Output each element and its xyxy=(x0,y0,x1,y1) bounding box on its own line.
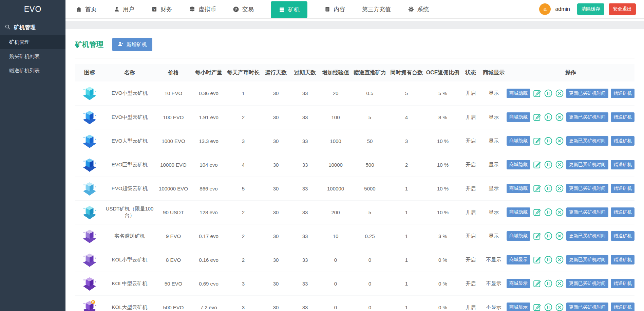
nav-item-trade[interactable]: 交易 xyxy=(233,0,254,19)
cell-max-owned: 1 xyxy=(388,200,425,224)
mall-toggle-button[interactable]: 商城隐藏 xyxy=(507,136,530,146)
close-icon xyxy=(555,113,564,122)
cell-mall-display: 显示 xyxy=(481,200,507,224)
nav-item-third-party-recharge[interactable]: 第三方充值 xyxy=(362,0,391,19)
edit-icon-button[interactable] xyxy=(533,303,542,311)
edit-icon-button[interactable] xyxy=(533,208,542,217)
edit-icon-button[interactable] xyxy=(533,89,542,98)
close-icon-button[interactable] xyxy=(555,255,564,264)
pause-icon-button[interactable] xyxy=(544,303,553,311)
edit-icon-button[interactable] xyxy=(533,184,542,193)
sidebar-item-buy-miner-list[interactable]: 购买矿机列表 xyxy=(0,49,65,63)
pause-icon-button[interactable] xyxy=(544,208,553,217)
pause-icon-button[interactable] xyxy=(544,255,553,264)
logout-button[interactable]: 安全退出 xyxy=(609,3,636,15)
nav-item-content[interactable]: 内容 xyxy=(324,0,345,19)
cell-run-days: 30 xyxy=(261,105,291,129)
mall-toggle-button[interactable]: 商城显示 xyxy=(507,303,530,311)
gift-miner-button[interactable]: 赠送矿机 xyxy=(611,136,634,146)
mall-toggle-button[interactable]: 商城隐藏 xyxy=(507,207,530,217)
edit-icon-button[interactable] xyxy=(533,232,542,240)
nav-item-system[interactable]: 系统 xyxy=(408,0,429,19)
gift-miner-button[interactable]: 赠送矿机 xyxy=(611,255,634,264)
update-bought-miner-time-button[interactable]: 更新已买矿机时间 xyxy=(566,279,608,288)
cell-gift-push-power: 0 xyxy=(352,272,388,295)
pause-icon-button[interactable] xyxy=(544,113,553,122)
nav-item-finance[interactable]: ¥财务 xyxy=(151,0,172,19)
close-icon-button[interactable] xyxy=(555,279,564,288)
nav-item-label: 财务 xyxy=(160,5,172,13)
close-icon-button[interactable] xyxy=(555,303,564,311)
gift-miner-button[interactable]: 赠送矿机 xyxy=(611,207,634,217)
edit-icon xyxy=(533,303,542,311)
edit-icon-button[interactable] xyxy=(533,255,542,264)
edit-icon-button[interactable] xyxy=(533,160,542,169)
mall-toggle-button[interactable]: 商城隐藏 xyxy=(507,89,530,98)
gift-miner-button[interactable]: 赠送矿机 xyxy=(611,231,634,241)
table-row: 实名赠送矿机9 EVO0.17 evo23033100.2513 %开启显示商城… xyxy=(75,224,634,248)
row-actions: 商城隐藏更新已买矿机时间赠送矿机 xyxy=(507,136,634,146)
edit-icon-button[interactable] xyxy=(533,113,542,122)
gift-miner-button[interactable]: 赠送矿机 xyxy=(611,112,634,122)
clear-cache-button[interactable]: 清除缓存 xyxy=(577,3,604,15)
nav-item-users[interactable]: 用户 xyxy=(114,0,134,19)
close-icon-button[interactable] xyxy=(555,89,564,98)
update-bought-miner-time-button[interactable]: 更新已买矿机时间 xyxy=(566,160,608,169)
update-bought-miner-time-button[interactable]: 更新已买矿机时间 xyxy=(566,136,608,146)
mall-toggle-button[interactable]: 商城显示 xyxy=(507,279,530,288)
update-bought-miner-time-button[interactable]: 更新已买矿机时间 xyxy=(566,184,608,193)
nav-item-home[interactable]: 首页 xyxy=(76,0,97,19)
sidebar-item-gift-miner-list[interactable]: 赠送矿机列表 xyxy=(0,63,65,78)
update-bought-miner-time-button[interactable]: 更新已买矿机时间 xyxy=(566,231,608,241)
cell-oce-rate: 0 % xyxy=(425,295,460,311)
coins-icon xyxy=(189,6,195,13)
gift-miner-button[interactable]: 赠送矿机 xyxy=(611,89,634,98)
pause-icon-button[interactable] xyxy=(544,160,553,169)
gift-miner-button[interactable]: 赠送矿机 xyxy=(611,303,634,311)
cell-price: 90 USDT xyxy=(155,200,192,224)
close-icon-button[interactable] xyxy=(555,136,564,145)
avatar[interactable]: a xyxy=(539,3,551,15)
close-icon-button[interactable] xyxy=(555,113,564,122)
close-icon-button[interactable] xyxy=(555,160,564,169)
mall-toggle-button[interactable]: 商城显示 xyxy=(507,255,530,264)
edit-icon-button[interactable] xyxy=(533,136,542,145)
add-miner-button[interactable]: 新增矿机 xyxy=(112,38,152,51)
close-icon-button[interactable] xyxy=(555,232,564,240)
cell-exp-gain: 10 xyxy=(319,224,352,248)
gift-miner-button[interactable]: 赠送矿机 xyxy=(611,184,634,193)
pause-icon-button[interactable] xyxy=(544,184,553,193)
svg-text:¥: ¥ xyxy=(153,7,155,11)
cell-run-days: 30 xyxy=(261,224,291,248)
cell-run-days: 30 xyxy=(261,81,291,105)
pause-icon-button[interactable] xyxy=(544,136,553,145)
nav-item-miner[interactable]: 矿机 xyxy=(271,1,307,18)
edit-icon-button[interactable] xyxy=(533,279,542,288)
mall-toggle-button[interactable]: 商城隐藏 xyxy=(507,112,530,122)
update-bought-miner-time-button[interactable]: 更新已买矿机时间 xyxy=(566,89,608,98)
gift-miner-button[interactable]: 赠送矿机 xyxy=(611,279,634,288)
admin-username[interactable]: admin xyxy=(555,6,570,12)
pause-icon-button[interactable] xyxy=(544,232,553,240)
cell-daily-coin-hours: 2 xyxy=(226,248,261,272)
cell-expire-days: 33 xyxy=(291,129,319,153)
pause-icon-button[interactable] xyxy=(544,89,553,98)
pause-icon-button[interactable] xyxy=(544,279,553,288)
mall-toggle-button[interactable]: 商城隐藏 xyxy=(507,160,530,169)
mall-toggle-button[interactable]: 商城隐藏 xyxy=(507,184,530,193)
add-miner-button-label: 新增矿机 xyxy=(127,41,147,48)
cell-price: 100 EVO xyxy=(155,105,192,129)
close-icon-button[interactable] xyxy=(555,184,564,193)
gift-miner-button[interactable]: 赠送矿机 xyxy=(611,160,634,169)
update-bought-miner-time-button[interactable]: 更新已买矿机时间 xyxy=(566,207,608,217)
update-bought-miner-time-button[interactable]: 更新已买矿机时间 xyxy=(566,255,608,264)
cell-oce-rate: 8 % xyxy=(425,105,460,129)
cell-mall-display: 显示 xyxy=(481,129,507,153)
pause-icon xyxy=(544,279,553,288)
mall-toggle-button[interactable]: 商城隐藏 xyxy=(507,231,530,241)
update-bought-miner-time-button[interactable]: 更新已买矿机时间 xyxy=(566,112,608,122)
sidebar-item-miner-manage[interactable]: 矿机管理 xyxy=(0,35,65,49)
nav-item-virtual-coin[interactable]: 虚拟币 xyxy=(189,0,216,19)
update-bought-miner-time-button[interactable]: 更新已买矿机时间 xyxy=(566,303,608,311)
close-icon-button[interactable] xyxy=(555,208,564,217)
